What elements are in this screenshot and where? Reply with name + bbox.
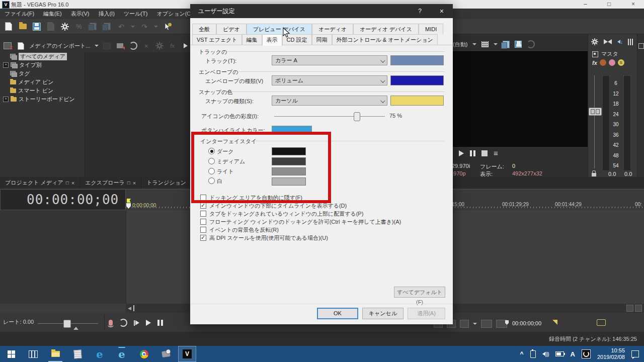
tab-editing[interactable]: 編集 [242, 34, 262, 45]
edge-button[interactable]: e [89, 346, 111, 362]
rate-slider-thumb[interactable] [63, 320, 71, 328]
close-tab-icon[interactable]: × [133, 180, 136, 186]
dialog-help-icon[interactable]: ? [418, 4, 422, 18]
minimize-icon[interactable]: – [584, 1, 587, 8]
menu-edit[interactable]: 編集(E) [39, 9, 66, 19]
tray-chevron-icon[interactable]: ^ [520, 350, 524, 357]
usb-icon[interactable] [530, 350, 536, 358]
ime-mode-indicator[interactable]: A [571, 350, 575, 358]
chrome-button[interactable] [133, 346, 155, 362]
preview-stop-icon[interactable] [481, 150, 488, 156]
preview-quality-dropdown[interactable]: (自動) [453, 41, 467, 48]
snap-color-swatch[interactable] [390, 96, 444, 106]
tab-video[interactable]: ビデオ [216, 24, 247, 34]
tab-vst-effects[interactable]: VST エフェクト [192, 34, 242, 45]
master-plugin2-icon[interactable] [609, 59, 615, 66]
envelope-lock-tool-icon[interactable] [481, 320, 492, 328]
play-from-start-icon[interactable] [134, 320, 139, 326]
tab-audio-device[interactable]: オーディオ デバイス [353, 24, 419, 34]
apply-button[interactable]: 適用(A) [408, 308, 445, 319]
master-plugin1-icon[interactable] [600, 59, 606, 66]
zoom-out-icon[interactable] [626, 305, 633, 312]
mixer-sliders-icon[interactable] [628, 39, 633, 45]
region-icon[interactable] [597, 319, 606, 326]
radio-light[interactable] [208, 168, 215, 174]
interactive-tutorials-icon[interactable] [163, 22, 172, 31]
external-monitor-icon[interactable] [527, 40, 535, 48]
tool-extra-icon[interactable] [460, 320, 469, 328]
battery-icon[interactable] [555, 351, 564, 356]
checkbox-label[interactable]: ドッキング エリアを自動的に隠す(F) [209, 194, 302, 202]
new-project-icon[interactable] [4, 22, 13, 31]
expand-icon[interactable]: + [3, 62, 9, 68]
audio-device-icon[interactable]: ↓ [617, 39, 622, 45]
close-icon[interactable]: × [631, 1, 635, 8]
checkbox-invert-event-bg[interactable] [200, 227, 206, 233]
scroll-left-icon[interactable]: ◀ [126, 306, 133, 311]
menu-view[interactable]: 表示(V) [66, 9, 94, 19]
tab-midi[interactable]: MIDI [419, 24, 443, 34]
tree-item-storyboard-bin[interactable]: + ストーリーボードビン [0, 95, 85, 104]
render-icon[interactable] [46, 22, 55, 31]
record-icon[interactable] [109, 320, 113, 326]
rate-reset-icon[interactable] [73, 327, 78, 330]
start-button[interactable] [0, 346, 22, 362]
saturation-slider-track[interactable] [274, 116, 385, 117]
loop-playback-icon[interactable] [119, 319, 127, 327]
preview-thumb-icon[interactable] [103, 41, 112, 50]
track-color-select[interactable]: カラー A [272, 55, 387, 65]
expand-icon[interactable]: + [3, 97, 9, 102]
checkbox-allow-float-dock[interactable] [200, 219, 206, 225]
mixer-settings-gear-icon[interactable] [591, 38, 598, 45]
menu-file[interactable]: ファイル(F) [0, 9, 39, 19]
import-dropdown-icon[interactable] [95, 45, 99, 47]
redo-icon[interactable]: ↷ [140, 22, 149, 31]
preview-play-icon[interactable] [459, 150, 464, 156]
tab-display[interactable]: 表示 [262, 34, 282, 46]
volume-icon[interactable]: ))) [542, 351, 549, 357]
media-fx-icon[interactable]: fx [168, 41, 177, 50]
preview-menu-icon[interactable]: ≡ [494, 149, 498, 157]
snap-type-select[interactable]: カーソル [272, 96, 387, 106]
copy-frame-icon[interactable] [503, 41, 510, 48]
tree-item-all-media[interactable]: すべてのメディア [0, 52, 85, 61]
checkbox-label[interactable]: イベントの背景色を反転(R) [209, 226, 279, 234]
ok-button[interactable]: OK [317, 308, 358, 319]
overlays-grid-icon[interactable] [481, 41, 489, 47]
save-icon[interactable] [32, 22, 41, 31]
track-color-swatch[interactable] [390, 55, 444, 65]
pause-icon[interactable] [157, 320, 163, 326]
undo-dropdown-icon[interactable] [131, 26, 135, 28]
media-app-button[interactable] [155, 346, 177, 362]
cancel-button[interactable]: キャンセル [362, 308, 404, 319]
checkbox-label[interactable]: メインウィンドウの下部にタイムラインを表示する(D) [209, 202, 347, 210]
import-media-icon[interactable] [16, 41, 25, 50]
lock-icon[interactable] [592, 173, 596, 176]
checkbox-auto-hide-dock[interactable] [200, 195, 206, 201]
dock-icon[interactable] [638, 43, 644, 49]
tab-cd-settings[interactable]: CD 設定 [282, 34, 312, 45]
quality-dropdown-icon[interactable] [472, 43, 476, 45]
redo-dropdown-icon[interactable] [154, 26, 158, 28]
tree-item-smart-bin[interactable]: スマート ビン [0, 86, 85, 95]
capture-video-icon[interactable] [116, 41, 125, 50]
master-plugin3-icon[interactable]: S [618, 59, 624, 66]
tree-item-media-bin[interactable]: メディア ビン [0, 78, 85, 86]
notepad-button[interactable] [66, 346, 89, 362]
checkbox-high-dpi[interactable] [200, 235, 206, 241]
remove-media-icon[interactable]: × [142, 41, 151, 50]
envelope-color-swatch[interactable] [390, 75, 444, 85]
checkbox-tabs-top[interactable] [200, 211, 206, 217]
dialog-close-icon[interactable]: × [440, 4, 444, 18]
open-icon[interactable] [18, 22, 27, 31]
tab-audio[interactable]: オーディオ [312, 24, 353, 34]
maximize-icon[interactable]: □ [607, 1, 611, 8]
close-tab-icon[interactable]: × [71, 180, 74, 186]
default-all-button[interactable]: すべてデフォルト(F) [394, 287, 445, 298]
radio-medium-label[interactable]: ミディアム [217, 158, 245, 165]
media-properties-gear-icon[interactable] [155, 41, 164, 50]
tab-transitions[interactable]: トランジション [141, 177, 192, 189]
save-snapshot-icon[interactable] [515, 41, 522, 48]
tab-explorer[interactable]: エクスプローラ □ × [80, 177, 141, 189]
menu-tools[interactable]: ツール(T) [119, 9, 152, 19]
